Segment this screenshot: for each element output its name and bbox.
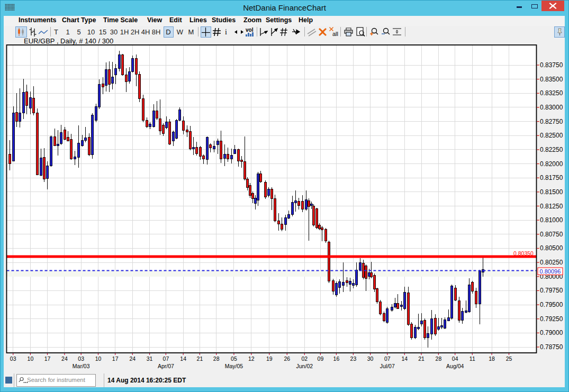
svg-text:24: 24 bbox=[61, 355, 68, 362]
svg-text:19: 19 bbox=[266, 355, 273, 362]
svg-text:May/05: May/05 bbox=[225, 363, 243, 369]
svg-text:10: 10 bbox=[28, 355, 34, 362]
svg-text:0.83500: 0.83500 bbox=[540, 76, 563, 83]
svg-text:0.78750: 0.78750 bbox=[540, 343, 563, 351]
svg-text:0.82250: 0.82250 bbox=[540, 146, 563, 153]
svg-text:16: 16 bbox=[333, 355, 340, 362]
svg-text:0.83000: 0.83000 bbox=[540, 104, 563, 111]
svg-text:0.80096: 0.80096 bbox=[540, 268, 561, 275]
svg-text:0.79500: 0.79500 bbox=[540, 301, 563, 308]
svg-text:23: 23 bbox=[350, 355, 357, 362]
svg-text:07: 07 bbox=[163, 355, 169, 362]
svg-text:Jul/07: Jul/07 bbox=[380, 363, 395, 369]
svg-text:12: 12 bbox=[248, 355, 255, 362]
svg-text:0.82750: 0.82750 bbox=[540, 118, 563, 125]
svg-text:10: 10 bbox=[95, 355, 102, 362]
svg-text:02: 02 bbox=[301, 355, 308, 362]
svg-text:03: 03 bbox=[10, 355, 16, 362]
svg-text:28: 28 bbox=[436, 355, 442, 362]
svg-text:14: 14 bbox=[401, 355, 408, 362]
svg-text:Aug/04: Aug/04 bbox=[446, 363, 464, 369]
svg-text:03: 03 bbox=[78, 355, 84, 362]
svg-text:Apr/07: Apr/07 bbox=[158, 363, 174, 369]
svg-text:17: 17 bbox=[44, 355, 51, 362]
svg-text:0.80750: 0.80750 bbox=[540, 231, 563, 238]
svg-text:25: 25 bbox=[506, 355, 512, 362]
svg-text:0.80250: 0.80250 bbox=[540, 259, 563, 266]
svg-text:0.79000: 0.79000 bbox=[540, 329, 563, 336]
svg-text:0.82500: 0.82500 bbox=[540, 132, 563, 139]
svg-text:26: 26 bbox=[284, 355, 290, 362]
svg-text:0.79750: 0.79750 bbox=[540, 287, 563, 294]
svg-text:30: 30 bbox=[367, 355, 374, 362]
svg-text:0.81250: 0.81250 bbox=[540, 203, 563, 210]
svg-text:28: 28 bbox=[213, 355, 220, 362]
svg-text:Jun/02: Jun/02 bbox=[296, 363, 313, 369]
svg-text:07: 07 bbox=[384, 355, 391, 362]
svg-text:21: 21 bbox=[418, 355, 425, 362]
svg-text:31: 31 bbox=[147, 355, 153, 362]
svg-text:17: 17 bbox=[112, 355, 119, 362]
svg-text:0.81000: 0.81000 bbox=[540, 216, 563, 224]
svg-text:09: 09 bbox=[318, 355, 324, 362]
svg-text:05: 05 bbox=[231, 355, 237, 362]
svg-text:14: 14 bbox=[180, 355, 186, 362]
svg-text:0.79250: 0.79250 bbox=[540, 315, 563, 323]
svg-text:0.81500: 0.81500 bbox=[540, 188, 563, 196]
svg-text:0.81750: 0.81750 bbox=[540, 174, 563, 181]
svg-text:24: 24 bbox=[129, 355, 136, 362]
svg-text:21: 21 bbox=[197, 355, 203, 362]
svg-text:0.80500: 0.80500 bbox=[540, 244, 563, 252]
svg-text:Mar/03: Mar/03 bbox=[73, 363, 90, 369]
svg-text:11: 11 bbox=[469, 355, 475, 362]
svg-text:0.82000: 0.82000 bbox=[540, 160, 563, 168]
svg-text:0.80350: 0.80350 bbox=[513, 250, 534, 257]
svg-text:04: 04 bbox=[452, 355, 458, 362]
svg-text:18: 18 bbox=[489, 355, 495, 362]
svg-text:0.83250: 0.83250 bbox=[540, 89, 563, 97]
svg-text:0.83750: 0.83750 bbox=[540, 61, 563, 69]
